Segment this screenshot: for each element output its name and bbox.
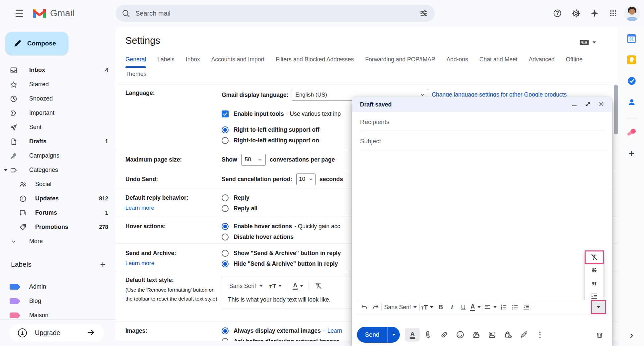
insert-signature-button[interactable] [517,328,531,342]
more-formatting-button[interactable] [592,301,605,313]
sidebar-item-sent[interactable]: Sent [0,120,115,134]
bulleted-list-button[interactable] [509,302,521,313]
strikethrough-button[interactable]: S [585,264,604,277]
enable-input-tools-checkbox[interactable] [222,110,229,117]
tab-advanced[interactable]: Advanced [529,53,555,68]
google-apps-button[interactable] [606,6,621,21]
tab-forwarding-and-pop-imap[interactable]: Forwarding and POP/IMAP [365,53,435,68]
gemini-button[interactable] [587,6,602,21]
insert-from-drive-button[interactable] [469,328,483,342]
preview-size-button[interactable]: TT [268,280,283,292]
vertical-scrollbar[interactable] [614,85,618,134]
search-input[interactable]: Search mail [135,10,416,17]
italic-button[interactable]: I [446,302,458,313]
reply-radio[interactable] [222,194,229,201]
send-options-button[interactable] [387,327,400,343]
cancellation-period-select[interactable]: 10 [296,173,316,185]
sidebar-item-social[interactable]: Social [0,177,115,191]
sidebar-item-updates[interactable]: Updates 812 [0,191,115,206]
more-options-button[interactable]: ⋮ [533,328,547,342]
get-add-ons-button[interactable]: + [624,146,639,161]
send-button[interactable]: Send [357,327,400,343]
indent-less-button[interactable] [521,302,532,313]
sidebar-item-drafts[interactable]: Drafts 1 [0,134,115,149]
preview-font-button[interactable]: Sans Serif [228,280,264,292]
images-learn-more-link[interactable]: Learn [327,327,342,334]
bold-button[interactable]: B [435,302,446,313]
subject-field[interactable]: Subject [360,132,607,150]
quote-button[interactable]: ” [585,277,604,290]
settings-button[interactable] [568,6,584,21]
tab-offline[interactable]: Offline [566,53,582,68]
tab-general[interactable]: General [125,53,146,68]
sidebar-item-campaigns[interactable]: Campaigns [0,149,115,163]
search-options-button[interactable] [416,6,431,21]
pop-out-button[interactable] [585,101,591,108]
keep-button[interactable] [624,52,639,67]
confidential-mode-button[interactable] [501,328,515,342]
input-method-selector[interactable] [579,38,596,46]
message-body[interactable] [352,150,612,200]
calendar-button[interactable]: 31 [624,31,639,46]
remove-formatting-button[interactable] [585,251,604,264]
expand-caret-icon[interactable] [4,169,7,171]
underline-button[interactable]: U [458,302,469,313]
rtl-off-radio[interactable] [222,126,229,133]
compose-button[interactable]: Compose [5,32,68,55]
size-button[interactable]: TT [420,302,435,313]
insert-emoji-button[interactable] [453,328,467,342]
attach-files-button[interactable] [421,328,436,342]
minimize-button[interactable] [572,103,577,106]
compose-header[interactable]: Draft saved [352,97,612,112]
font-button[interactable]: Sans Serif [382,302,419,313]
preview-remove-formatting-button[interactable] [313,280,324,292]
discard-draft-button[interactable] [592,328,607,342]
enable-hover-actions-radio[interactable] [222,223,229,230]
streak-addon-button[interactable] [624,125,639,140]
show-send-archive-radio[interactable] [222,250,229,257]
sidebar-item-inbox[interactable]: Inbox 4 [0,63,115,77]
tab-accounts-and-import[interactable]: Accounts and Import [211,53,265,68]
disable-hover-actions-radio[interactable] [222,234,229,241]
formatting-options-button[interactable]: A [405,328,420,342]
recipients-field[interactable]: Recipients [360,112,607,132]
text-color-button[interactable]: A [469,302,482,313]
send-archive-learn-more-link[interactable]: Learn more [125,260,154,267]
create-label-button[interactable]: + [100,260,106,269]
preview-text-color-button[interactable]: A [291,280,305,292]
sidebar-item-starred[interactable]: Starred [0,77,115,92]
page-size-select[interactable]: 50 [241,154,266,166]
tab-themes[interactable]: Themes [125,68,146,83]
numbered-list-button[interactable] [498,302,509,313]
tab-inbox[interactable]: Inbox [186,53,200,68]
tasks-button[interactable] [624,74,639,88]
always-display-images-radio[interactable] [222,327,229,334]
align-button[interactable] [482,302,498,313]
sidebar-label-admin[interactable]: Admin [0,280,115,294]
tab-chat-and-meet[interactable]: Chat and Meet [479,53,518,68]
insert-link-button[interactable] [437,328,452,342]
reply-all-radio[interactable] [222,205,229,212]
sidebar-item-forums[interactable]: Forums 1 [0,206,115,220]
main-menu-icon[interactable] [11,5,27,21]
collapse-panel-chevron[interactable]: › [630,330,633,340]
search-bar[interactable]: Search mail [115,5,435,22]
tab-labels[interactable]: Labels [157,53,175,68]
tab-add-ons[interactable]: Add-ons [447,53,468,68]
redo-button[interactable] [370,302,381,313]
sidebar-item-important[interactable]: Important [0,106,115,120]
reply-learn-more-link[interactable]: Learn more [125,205,154,211]
close-button[interactable] [599,101,604,108]
sidebar-item-more[interactable]: More [0,234,115,248]
avatar[interactable] [624,5,640,21]
sidebar-item-promotions[interactable]: Promotions 278 [0,220,115,234]
contacts-button[interactable] [624,95,639,109]
support-button[interactable]: ? [550,6,565,21]
tab-filters-and-blocked-addresses[interactable]: Filters and Blocked Addresses [276,53,354,68]
undo-button[interactable] [359,302,370,313]
rtl-on-radio[interactable] [222,137,229,144]
hide-send-archive-radio[interactable] [222,260,229,267]
upgrade-button[interactable]: 1 Upgrade [9,324,104,342]
sidebar-item-snoozed[interactable]: Snoozed [0,92,115,106]
insert-photo-button[interactable] [485,328,499,342]
